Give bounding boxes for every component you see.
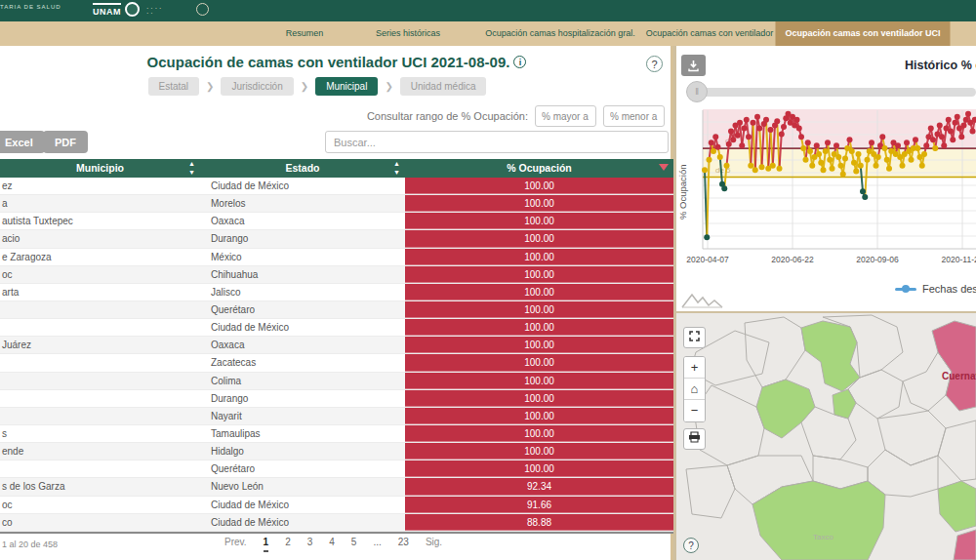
- page-button-4[interactable]: 4: [329, 537, 335, 550]
- cell-mun: [0, 354, 200, 371]
- cell-mun: co: [0, 514, 200, 531]
- table-row[interactable]: Zacatecas100.00: [0, 354, 673, 372]
- table-row[interactable]: autista TuxtepecOaxaca100.00: [0, 213, 673, 230]
- breadcrumb-jurisdicción[interactable]: Jurisdicción: [221, 77, 293, 96]
- table-row[interactable]: Querétaro100.00: [0, 460, 673, 478]
- breadcrumb-municipal[interactable]: Municipal: [315, 77, 378, 96]
- cell-occ: 100.00: [405, 178, 673, 194]
- info-icon[interactable]: i: [513, 56, 526, 68]
- cell-occ: 100.00: [405, 213, 673, 229]
- table-row[interactable]: coCiudad de México88.88: [0, 514, 673, 532]
- svg-text:2020-11-21: 2020-11-21: [942, 255, 976, 264]
- table-row[interactable]: ocCiudad de México91.66: [0, 497, 673, 514]
- cell-occ: 100.00: [405, 266, 673, 283]
- sort-arrows-icon[interactable]: ▲▼: [188, 159, 195, 177]
- table-row[interactable]: Querétaro100.00: [0, 301, 673, 319]
- cell-occ: 100.00: [405, 354, 673, 371]
- mountains-logo-icon: [680, 289, 727, 310]
- cell-occ: 100.00: [405, 443, 673, 460]
- occupancy-time-series-chart[interactable]: dde 52020-04-072020-06-222020-09-062020-…: [676, 104, 976, 276]
- table-row[interactable]: ezCiudad de México100.00: [0, 178, 673, 195]
- table-row[interactable]: sTamaulipas100.00: [0, 425, 673, 443]
- slider-handle[interactable]: ‖: [686, 81, 708, 102]
- zoom-in-icon[interactable]: +: [684, 357, 705, 379]
- tab-2[interactable]: Series históricas: [376, 21, 440, 46]
- excel-export-button[interactable]: Excel: [0, 131, 45, 153]
- home-icon[interactable]: ⌂: [684, 379, 705, 400]
- cell-mun: ende: [0, 443, 200, 460]
- table-row[interactable]: artaJalisco100.00: [0, 284, 673, 301]
- page-button-23[interactable]: 23: [398, 537, 409, 550]
- percent-less-input[interactable]: [603, 105, 665, 127]
- column-header-municipio[interactable]: Municipio ▲▼: [0, 159, 200, 178]
- cell-occ: 100.00: [405, 195, 673, 212]
- table-row[interactable]: Durango100.00: [0, 390, 673, 408]
- page-ellipsis[interactable]: ...: [373, 537, 381, 550]
- table-row[interactable]: acioDurango100.00: [0, 230, 673, 248]
- sort-desc-triangle-icon[interactable]: [659, 164, 669, 171]
- search-input[interactable]: [325, 131, 669, 153]
- top-header-bar: TARIA DE SALUD UNAM ······: [0, 0, 976, 21]
- table-header: Municipio ▲▼ Estado ▲▼ % Ocupación: [0, 159, 673, 178]
- page-title: Ocupación de camas con ventilador UCI 20…: [0, 54, 673, 70]
- map-panel: Cuernavaca Taxco + ⌂ − ?: [676, 313, 976, 560]
- column-header-estado[interactable]: Estado ▲▼: [200, 159, 405, 178]
- date-range-slider[interactable]: [696, 88, 976, 97]
- tab-4[interactable]: Ocupación camas con ventilador: [646, 21, 774, 46]
- legend-marker-icon: [895, 288, 916, 291]
- breadcrumb-estatal[interactable]: Estatal: [148, 77, 200, 96]
- cell-est: Tamaulipas: [200, 425, 405, 442]
- page-button-2[interactable]: 2: [285, 537, 291, 550]
- cell-est: Durango: [200, 390, 405, 407]
- cell-est: Ciudad de México: [200, 514, 405, 531]
- occupancy-range-filter: Consultar rango de % Ocupación:: [367, 105, 665, 127]
- ring-logo-icon: [196, 3, 209, 16]
- cell-mun: ez: [0, 178, 200, 194]
- breadcrumb-unidad-médica[interactable]: Unidad médica: [400, 77, 487, 96]
- cell-mun: s: [0, 425, 200, 442]
- cell-occ: 100.00: [405, 408, 673, 424]
- table-row[interactable]: Nayarit100.00: [0, 408, 673, 425]
- next-page-button[interactable]: Sig.: [426, 537, 442, 550]
- sort-arrows-icon[interactable]: ▲▼: [393, 159, 400, 177]
- page-button-3[interactable]: 3: [307, 537, 313, 550]
- tab-3[interactable]: Ocupación camas hospitalización gral.: [485, 21, 635, 46]
- table-row[interactable]: Colima100.00: [0, 373, 673, 390]
- cell-est: Chihuahua: [200, 266, 405, 283]
- cell-est: Durango: [200, 230, 405, 247]
- chevron-right-icon: ❯: [385, 81, 392, 92]
- page-button-1[interactable]: 1: [264, 537, 269, 552]
- table-row[interactable]: JuárezOaxaca100.00: [0, 337, 673, 354]
- column-header-ocupacion[interactable]: % Ocupación: [405, 159, 673, 178]
- table-row[interactable]: aMorelos100.00: [0, 195, 673, 213]
- print-icon[interactable]: [683, 428, 706, 450]
- cell-mun: arta: [0, 284, 200, 300]
- zoom-out-icon[interactable]: −: [684, 400, 705, 421]
- fullscreen-icon[interactable]: [683, 327, 706, 348]
- download-icon[interactable]: [681, 55, 706, 76]
- cell-mun: [0, 408, 200, 424]
- table-row[interactable]: e ZaragozaMéxico100.00: [0, 249, 673, 266]
- cell-mun: oc: [0, 497, 200, 513]
- dots-logo-icon: ······: [146, 6, 163, 16]
- table-row[interactable]: endeHidalgo100.00: [0, 443, 673, 460]
- map-region[interactable]: [752, 481, 885, 560]
- tab-5[interactable]: Ocupación camas con ventilador UCI: [775, 21, 950, 46]
- prev-page-button[interactable]: Prev.: [224, 537, 247, 550]
- table-row[interactable]: ocChihuahua100.00: [0, 266, 673, 284]
- cell-est: Ciudad de México: [200, 497, 405, 513]
- table-row[interactable]: Ciudad de México100.00: [0, 319, 673, 337]
- cell-occ: 100.00: [405, 373, 673, 389]
- tab-1[interactable]: Resumen: [286, 21, 324, 46]
- percent-greater-input[interactable]: [535, 105, 596, 127]
- map-help-icon[interactable]: ?: [683, 538, 699, 553]
- chart-legend[interactable]: Fechas destacadas: [895, 283, 976, 295]
- table-row[interactable]: s de los GarzaNuevo León92.34: [0, 478, 673, 496]
- help-icon[interactable]: ?: [646, 56, 663, 72]
- cell-est: Oaxaca: [200, 213, 405, 229]
- pdf-export-button[interactable]: PDF: [43, 131, 88, 153]
- svg-text:2020-04-07: 2020-04-07: [686, 255, 729, 264]
- secretaria-salud-logo: TARIA DE SALUD: [0, 4, 61, 10]
- page-button-5[interactable]: 5: [351, 537, 357, 550]
- choropleth-map[interactable]: Cuernavaca Taxco: [676, 313, 976, 560]
